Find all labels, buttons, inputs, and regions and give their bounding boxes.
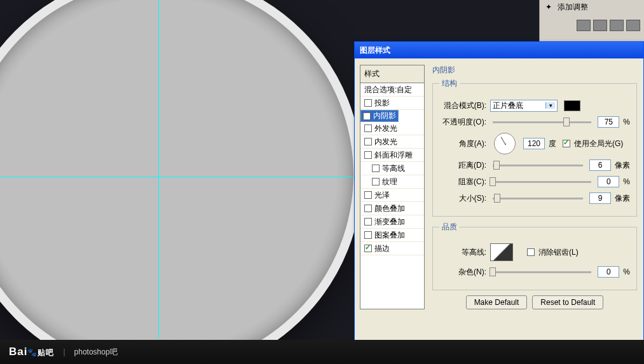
style-item-texture[interactable]: 纹理 bbox=[360, 175, 424, 189]
noise-label: 杂色(N): bbox=[439, 267, 486, 278]
style-checkbox-contour[interactable] bbox=[372, 165, 380, 172]
styles-list: 样式 混合选项:自定 投影内阴影外发光内发光斜面和浮雕等高线纹理光泽颜色叠加渐变… bbox=[360, 65, 425, 309]
style-item-contour[interactable]: 等高线 bbox=[360, 162, 424, 175]
style-item-stroke[interactable]: 描边 bbox=[360, 242, 424, 255]
guide-vertical[interactable] bbox=[158, 0, 159, 339]
style-item-bevel[interactable]: 斜面和浮雕 bbox=[360, 149, 424, 162]
preset-icon-1[interactable] bbox=[577, 20, 591, 31]
quality-legend: 品质 bbox=[439, 222, 460, 233]
watermark-bar: Bai🐾贴吧 | photoshop吧 bbox=[0, 340, 644, 364]
style-checkbox-bevel[interactable] bbox=[364, 151, 372, 159]
size-input[interactable]: 9 bbox=[589, 192, 611, 204]
style-item-outer-glow[interactable]: 外发光 bbox=[360, 122, 424, 135]
style-checkbox-drop-shadow[interactable] bbox=[364, 99, 372, 107]
blend-options[interactable]: 混合选项:自定 bbox=[360, 83, 424, 97]
angle-unit: 度 bbox=[549, 138, 556, 149]
style-item-satin[interactable]: 光泽 bbox=[360, 189, 424, 202]
styles-header[interactable]: 样式 bbox=[360, 65, 424, 83]
noise-input[interactable]: 0 bbox=[598, 266, 619, 278]
opacity-slider[interactable] bbox=[493, 121, 591, 123]
antialias-checkbox[interactable] bbox=[527, 248, 535, 256]
forum-name: photoshop吧 bbox=[74, 347, 118, 358]
quality-group: 品质 等高线: 消除锯齿(L) 杂色(N): 0 % bbox=[432, 222, 637, 290]
angle-input[interactable]: 120 bbox=[523, 138, 545, 149]
style-label: 外发光 bbox=[374, 123, 397, 134]
blend-mode-select[interactable]: 正片叠底 ▾ bbox=[490, 100, 558, 112]
contour-picker[interactable] bbox=[490, 243, 513, 261]
style-label: 等高线 bbox=[382, 163, 405, 174]
size-unit: 像素 bbox=[615, 193, 630, 204]
preset-icon-3[interactable] bbox=[610, 20, 624, 31]
settings-heading: 内阴影 bbox=[432, 65, 637, 76]
adjustment-icon: ✦ bbox=[544, 3, 554, 13]
preset-icon-2[interactable] bbox=[593, 20, 607, 31]
adjustments-panel: ✦ 添加调整 bbox=[539, 0, 644, 41]
layer-style-dialog: 图层样式 样式 混合选项:自定 投影内阴影外发光内发光斜面和浮雕等高线纹理光泽颜… bbox=[354, 41, 644, 364]
noise-unit: % bbox=[623, 267, 630, 276]
style-label: 内阴影 bbox=[373, 111, 396, 121]
contour-label: 等高线: bbox=[439, 247, 486, 258]
adjustment-presets-row bbox=[540, 18, 644, 32]
style-label: 内发光 bbox=[374, 137, 397, 147]
blend-mode-label: 混合模式(B): bbox=[439, 100, 486, 111]
opacity-input[interactable]: 75 bbox=[598, 116, 619, 128]
shadow-color-swatch[interactable] bbox=[564, 100, 580, 111]
choke-label: 阻塞(C): bbox=[439, 177, 486, 187]
distance-input[interactable]: 6 bbox=[589, 159, 611, 171]
style-label: 光泽 bbox=[374, 190, 390, 201]
artwork-circle-outer bbox=[0, 0, 362, 364]
style-label: 纹理 bbox=[382, 177, 397, 187]
separator: | bbox=[63, 347, 65, 356]
style-item-gradient-overlay[interactable]: 渐变叠加 bbox=[360, 215, 424, 229]
style-item-color-overlay[interactable]: 颜色叠加 bbox=[360, 202, 424, 215]
structure-group: 结构 混合模式(B): 正片叠底 ▾ 不透明度(O): 75 % 角 bbox=[432, 78, 637, 217]
baidu-logo: Bai🐾贴吧 bbox=[9, 346, 54, 358]
style-item-pattern-overlay[interactable]: 图案叠加 bbox=[360, 229, 424, 242]
style-label: 图案叠加 bbox=[374, 230, 405, 241]
dialog-titlebar[interactable]: 图层样式 bbox=[355, 42, 643, 58]
global-light-label: 使用全局光(G) bbox=[574, 138, 623, 149]
distance-slider[interactable] bbox=[493, 165, 583, 166]
noise-slider[interactable] bbox=[493, 271, 591, 273]
reset-default-button[interactable]: Reset to Default bbox=[532, 295, 603, 309]
preset-icon-4[interactable] bbox=[626, 20, 640, 31]
choke-input[interactable]: 0 bbox=[598, 176, 619, 187]
style-checkbox-color-overlay[interactable] bbox=[364, 205, 372, 212]
style-checkbox-stroke[interactable] bbox=[364, 245, 372, 252]
style-item-inner-glow[interactable]: 内发光 bbox=[360, 135, 424, 149]
style-item-inner-shadow[interactable]: 内阴影 bbox=[360, 110, 399, 122]
choke-slider[interactable] bbox=[493, 181, 591, 183]
dialog-title: 图层样式 bbox=[360, 45, 390, 56]
style-label: 颜色叠加 bbox=[374, 203, 405, 214]
antialias-label: 消除锯齿(L) bbox=[538, 247, 579, 258]
size-label: 大小(S): bbox=[439, 193, 486, 204]
opacity-unit: % bbox=[623, 118, 630, 126]
style-checkbox-pattern-overlay[interactable] bbox=[364, 231, 372, 239]
distance-unit: 像素 bbox=[615, 160, 630, 171]
global-light-checkbox[interactable] bbox=[563, 140, 570, 147]
style-checkbox-satin[interactable] bbox=[364, 191, 372, 199]
make-default-button[interactable]: Make Default bbox=[466, 295, 528, 309]
size-slider[interactable] bbox=[493, 198, 583, 199]
adjustments-title: 添加调整 bbox=[558, 2, 588, 13]
style-checkbox-inner-shadow[interactable] bbox=[363, 112, 371, 120]
style-checkbox-outer-glow[interactable] bbox=[364, 125, 372, 132]
style-label: 描边 bbox=[374, 243, 390, 254]
angle-label: 角度(A): bbox=[439, 138, 486, 149]
opacity-label: 不透明度(O): bbox=[439, 117, 486, 128]
style-label: 斜面和浮雕 bbox=[374, 150, 413, 161]
style-item-drop-shadow[interactable]: 投影 bbox=[360, 97, 424, 110]
structure-legend: 结构 bbox=[439, 78, 460, 89]
style-checkbox-gradient-overlay[interactable] bbox=[364, 218, 372, 226]
style-label: 投影 bbox=[374, 98, 390, 109]
chevron-down-icon: ▾ bbox=[545, 102, 555, 109]
angle-dial[interactable] bbox=[494, 133, 516, 154]
style-checkbox-inner-glow[interactable] bbox=[364, 138, 372, 145]
choke-unit: % bbox=[623, 177, 630, 186]
distance-label: 距离(D): bbox=[439, 160, 486, 171]
style-label: 渐变叠加 bbox=[374, 217, 405, 227]
style-checkbox-texture[interactable] bbox=[372, 178, 380, 185]
